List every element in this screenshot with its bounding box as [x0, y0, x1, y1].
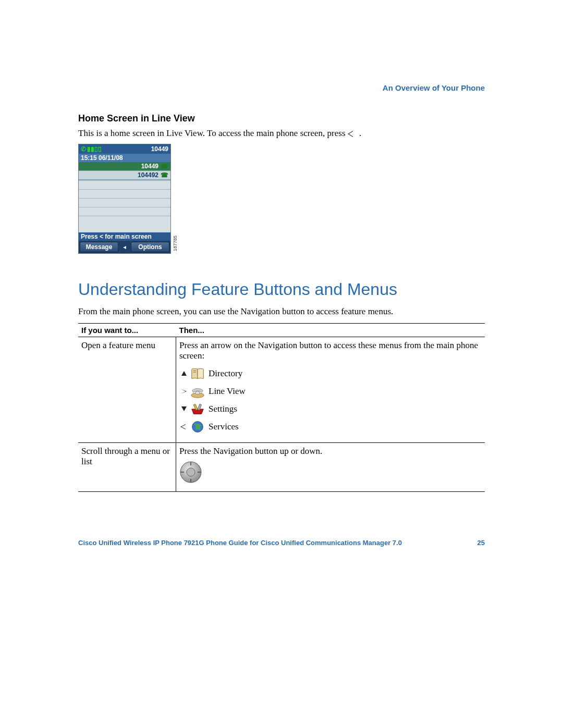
- menu-item-services: Services: [179, 419, 482, 434]
- status-icons: ✆▮▮▯▯: [81, 145, 102, 153]
- menu-label: Settings: [209, 404, 237, 414]
- settings-icon: [189, 402, 206, 416]
- softkey-options: Options: [131, 242, 169, 252]
- line-number: 10449: [141, 163, 158, 170]
- softkey-message: Message: [80, 242, 118, 252]
- line-entry: 104492 ☎: [79, 171, 170, 180]
- menu-label: Services: [209, 422, 239, 432]
- table-header-then: Then...: [176, 323, 485, 337]
- chapter-title: An Overview of Your Phone: [78, 83, 485, 92]
- section-intro-home-screen: This is a home screen in Live View. To a…: [78, 127, 485, 140]
- section-intro-understanding: From the main phone screen, you can use …: [78, 305, 485, 318]
- section-heading-understanding: Understanding Feature Buttons and Menus: [78, 280, 485, 299]
- status-number: 10449: [151, 145, 168, 153]
- section-heading-home-screen: Home Screen in Line View: [78, 113, 485, 124]
- services-icon: [189, 419, 206, 434]
- directory-icon: [189, 366, 206, 381]
- line-entry-selected: 10449 ☎: [79, 162, 170, 171]
- menu-item-directory: Directory: [179, 366, 482, 381]
- lineview-icon: [189, 384, 206, 399]
- table-row: Open a feature menu Press an arrow on th…: [78, 337, 485, 442]
- table-header-ifyouwant: If you want to...: [78, 323, 176, 337]
- table-cell-instruction: Press an arrow on the Navigation button …: [176, 337, 485, 442]
- right-arrow-icon: [179, 389, 189, 393]
- intro-suffix: .: [359, 128, 361, 138]
- menu-item-lineview: Line View: [179, 384, 482, 399]
- signal-icon: ▮▮▯▯: [87, 145, 102, 153]
- footer-page-number: 25: [478, 539, 485, 547]
- back-arrow-icon: [348, 131, 357, 137]
- handset-icon: ✆: [81, 145, 86, 153]
- table-cell-action: Open a feature menu: [78, 337, 176, 442]
- instruction-text: Press an arrow on the Navigation button …: [179, 340, 482, 361]
- status-datetime: 15:15 06/11/08: [79, 154, 170, 162]
- instruction-text: Press the Navigation button up or down.: [179, 446, 482, 456]
- figure-id: 187785: [173, 236, 178, 251]
- left-arrow-icon: [179, 424, 189, 429]
- screenshot-body: [79, 180, 170, 232]
- softkey-nav-icon: ◂: [119, 241, 130, 253]
- feature-table: If you want to... Then... Open a feature…: [78, 323, 485, 492]
- footer-doc-title: Cisco Unified Wireless IP Phone 7921G Ph…: [78, 539, 402, 547]
- hint-bar: Press < for main screen: [79, 232, 170, 241]
- down-arrow-icon: [179, 406, 189, 411]
- menu-label: Line View: [209, 386, 246, 397]
- table-row: Scroll through a menu or list Press the …: [78, 442, 485, 491]
- menu-label: Directory: [209, 368, 242, 379]
- table-cell-instruction: Press the Navigation button up or down.: [176, 442, 485, 491]
- line-number: 104492: [138, 171, 158, 179]
- svg-point-8: [187, 468, 195, 476]
- menu-item-settings: Settings: [179, 402, 482, 416]
- svg-rect-3: [195, 391, 200, 394]
- phone-screenshot: ✆▮▮▯▯ 10449 15:15 06/11/08 10449 ☎ 10449…: [78, 144, 171, 254]
- softkey-bar: Message ◂ Options: [79, 241, 170, 253]
- up-arrow-icon: [179, 371, 189, 376]
- phone-icon: ☎: [161, 163, 168, 170]
- intro-prefix: This is a home screen in Live View. To a…: [78, 128, 348, 138]
- table-cell-action: Scroll through a menu or list: [78, 442, 176, 491]
- phone-icon: ☎: [161, 171, 168, 179]
- navigation-button-icon: [179, 461, 482, 486]
